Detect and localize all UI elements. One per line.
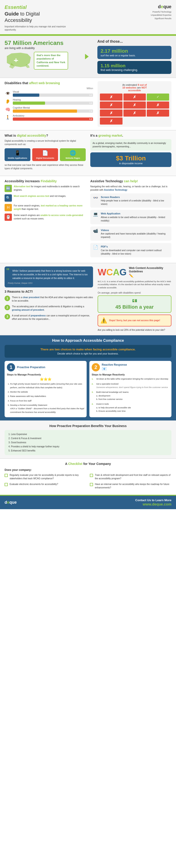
approach-heading: How to Approach Accessible Compliance (5, 339, 171, 343)
deque-logo: deque (151, 4, 171, 9)
bar-ambulatory: 🚶 Ambulatory 9.8 (5, 115, 93, 121)
proactive-steps-list: Fix high priority issues based on transa… (7, 382, 84, 414)
contact-us-text: Contact Us to Learn More (135, 498, 171, 502)
check-cell: ✓ (147, 94, 169, 101)
r-num-4: 4. (92, 402, 95, 413)
brain-icon: 🧠 (5, 107, 11, 112)
wcag-desc: W.C.A.G. is a series of web accessibilit… (98, 280, 171, 289)
mobile-icon: 📱 (5, 150, 29, 156)
bar-visual-outer: 3.2 (13, 94, 93, 97)
benefits-heading: How Proactive Preparation Benefits Your … (5, 424, 171, 428)
bar-cognitive-outer: 7.9 (13, 110, 93, 113)
at-heading: Assistive Technology can help! (90, 179, 171, 183)
wcag-letters: WCAG (98, 268, 127, 277)
find-text-2: Most search engines access text and not … (14, 194, 66, 198)
wcag-letter-w: WCAG (98, 267, 127, 277)
spend-box: 💵 45 Billion a year (98, 296, 171, 313)
proactive-step-1: Fix high priority issues based on transa… (10, 382, 84, 390)
find-item-2: 🔍 Most search engines access text and no… (5, 194, 86, 202)
check-text-3: Train & refresh both development and fro… (95, 473, 171, 480)
pdf-icon: 📄 (33, 150, 57, 156)
checkbox-2[interactable] (5, 483, 8, 486)
r-text-3: Build internal knowledge w/2 teams:a. de… (96, 391, 129, 401)
stat2-desc: find web browsing challenging. (101, 68, 168, 72)
at-accent: can help! (124, 179, 138, 183)
checkbox-4[interactable] (90, 483, 93, 486)
x-cell-2: ✗ (123, 94, 146, 101)
footer-logo-accent: e (7, 500, 9, 505)
r-num-3: 3. (92, 391, 95, 401)
benefit-5: Enhanced SEO benefits (11, 449, 168, 453)
checkbox-1[interactable] (5, 474, 8, 477)
section-approach: How to Approach Accessible Compliance Th… (0, 335, 176, 420)
x-cell-1: ✗ (100, 94, 122, 101)
mobile-label: Mobile Applications (5, 157, 29, 159)
spend-label: On average, people with disabilities spe… (98, 291, 171, 294)
57-million-sub: are living with a disability (5, 46, 79, 50)
section-57-right: And of those... 2.17 million surf the we… (95, 39, 171, 74)
bar-cognitive-wrap: Cognitive Mental 7.9 (13, 106, 93, 113)
wcag-left: " While I believe passionately that ther… (5, 267, 93, 332)
at-screen-reader: 👓 Screen ReadersHelp people hear a conte… (90, 193, 171, 208)
reason-num-1: 1 (5, 296, 10, 301)
findability-heading: Accessibility increases Findability (5, 179, 86, 183)
bar-cognitive: 🧠 Cognitive Mental 7.9 (5, 106, 93, 113)
disabilities-heading: Disabilities that affect web browsing (5, 81, 93, 85)
tagline-line3: Significant Results (154, 17, 171, 20)
choice-num-2: 2 (92, 363, 100, 371)
reactive-steps: 1. Sit down at the table w/the organizat… (92, 377, 169, 413)
bar-cognitive-inner: 7.9 (13, 110, 77, 113)
find-item-1: 🔤 Alternative text for images and multim… (5, 185, 86, 192)
find-text-4: Some search engines are unable to access… (14, 214, 86, 220)
bar-visual-label: Visual (13, 91, 93, 93)
title-to: to Digital (20, 11, 40, 17)
footer-logo: deque (5, 500, 17, 505)
stat1-desc: surf the web on a regular basis. (101, 54, 168, 57)
website-url[interactable]: www.deque.com (135, 502, 171, 506)
header: Essential Guide to Digital Accessibility… (0, 0, 176, 35)
reactive-step-3: 3. Build internal knowledge w/2 teams:a.… (92, 391, 169, 401)
search-icon: 🔍 (5, 194, 12, 202)
r-text-1: Sit down at the table w/the organization… (96, 377, 168, 381)
choices-row: 1 Proactive Preparation Steps to Manage … (5, 361, 171, 417)
checklist-accent: Checklist (68, 462, 82, 466)
not-accessible-text: An estimated 9 out of10 websites are NOT… (100, 84, 169, 92)
checkbox-3[interactable] (90, 474, 93, 477)
bar-visual: 👁️ Visual 3.2 (5, 91, 93, 97)
reactive-step-4: 4. Invest in toolsa. to help document al… (92, 402, 169, 413)
growing-heading: It's a growing market. (90, 134, 171, 137)
proactive-title-wrap: Proactive Preparation (17, 366, 45, 369)
bar-visual-wrap: Visual 3.2 (13, 91, 93, 97)
screen-reader-icon: 👓 (92, 195, 99, 200)
what-accent: digital accessibility (17, 134, 46, 137)
at-text-vid: VideosAre captioned and have transcripts… (101, 228, 170, 239)
x-cell-9: ✗ (100, 118, 122, 125)
stat-box-2: 1.15 million find web browsing challengi… (97, 61, 171, 74)
stat2-num: 1.15 million (101, 63, 168, 68)
quote-box: " While I believe passionately that ther… (5, 267, 93, 287)
reason-1: 1 There is a clear precedent that the AD… (5, 296, 93, 303)
pdf-label: Digital Documents (33, 157, 57, 159)
title-accessibility: Accessibility (5, 17, 32, 23)
bar-ambulatory-val: 9.8 (90, 118, 92, 121)
wcag-name: Web Content Accessibility Guidelines (129, 267, 171, 274)
header-tagline: Powerful Technology Unparalleled Experti… (151, 10, 171, 20)
check-text-4: Have an internal owner for accessibility… (95, 483, 171, 489)
reason-text-3: A small amount of preparedness can save … (12, 314, 93, 321)
pdf-at-icon: 📄 (92, 245, 99, 250)
trillion-sub: in disposable income (93, 162, 169, 165)
svg-rect-1 (14, 60, 18, 61)
quote-mark-icon: " (6, 267, 9, 276)
quote-author: Preety Kumar, Deque CEO (8, 281, 90, 285)
reason-text-1: There is a clear precedent that the ADA … (12, 296, 93, 303)
map-area: that's more than the populations of Cali… (5, 52, 79, 70)
wcag-name-box: Web Content Accessibility Guidelines ✏️ (129, 267, 171, 278)
web-label: Website Pages (61, 157, 85, 159)
choice-proactive: 1 Proactive Preparation Steps to Manage … (5, 361, 86, 417)
choice-reactive: 2 Reactive Response 📧 Steps to Manage Re… (90, 361, 171, 417)
bar-hearing-val: 3.9 (90, 101, 92, 105)
x-cell-3: ✗ (100, 101, 122, 108)
x-cell-4: ✗ (123, 101, 146, 108)
heading-icon: H (5, 204, 12, 211)
proactive-step-5: Develop a formal Accessibility Statement… (10, 404, 84, 414)
